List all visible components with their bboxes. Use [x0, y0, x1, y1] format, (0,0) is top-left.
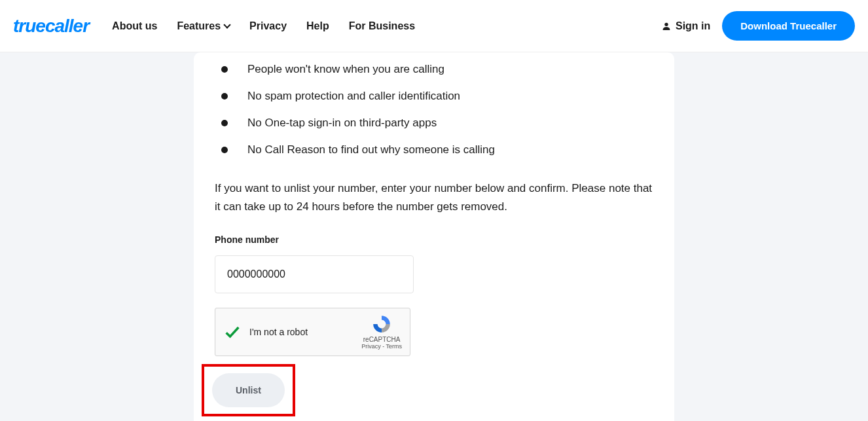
nav-about-us[interactable]: About us	[112, 20, 157, 32]
list-item: People won't know when you are calling	[221, 60, 653, 79]
recaptcha-icon	[371, 314, 392, 335]
bullet-icon	[221, 147, 228, 153]
nav-label: For Business	[349, 20, 415, 32]
recaptcha-brand: reCAPTCHA Privacy - Terms	[361, 314, 402, 350]
recaptcha-text: I'm not a robot	[249, 327, 361, 337]
recaptcha-widget[interactable]: I'm not a robot reCAPTCHA Privacy - Term…	[215, 308, 410, 356]
recaptcha-brand-text: reCAPTCHA	[361, 336, 402, 343]
nav: About us Features Privacy Help For Busin…	[112, 20, 661, 32]
bullet-list: People won't know when you are calling N…	[221, 60, 653, 160]
bullet-text: No spam protection and caller identifica…	[247, 87, 460, 106]
recaptcha-links: Privacy - Terms	[361, 343, 402, 350]
nav-label: Features	[177, 20, 221, 32]
nav-privacy[interactable]: Privacy	[249, 20, 287, 32]
bullet-icon	[221, 93, 228, 100]
checkmark-icon	[223, 323, 242, 341]
bullet-icon	[221, 66, 228, 73]
nav-help[interactable]: Help	[306, 20, 329, 32]
unlist-card: People won't know when you are calling N…	[194, 52, 674, 421]
list-item: No spam protection and caller identifica…	[221, 87, 653, 106]
bullet-text: No One-tap sign-in on third-party apps	[247, 114, 437, 133]
signin-label: Sign in	[676, 20, 710, 32]
nav-for-business[interactable]: For Business	[349, 20, 415, 32]
description: If you want to unlist your number, enter…	[215, 179, 653, 216]
list-item: No Call Reason to find out why someone i…	[221, 141, 653, 160]
list-item: No One-tap sign-in on third-party apps	[221, 114, 653, 133]
download-button[interactable]: Download Truecaller	[722, 11, 855, 41]
phone-input[interactable]	[215, 255, 414, 293]
bullet-text: People won't know when you are calling	[247, 60, 444, 79]
bullet-icon	[221, 120, 228, 126]
logo[interactable]: truecaller	[13, 16, 89, 37]
nav-label: Help	[306, 20, 329, 32]
nav-label: Privacy	[249, 20, 287, 32]
header-right: Sign in Download Truecaller	[661, 11, 855, 41]
chevron-down-icon	[223, 21, 230, 28]
unlist-button[interactable]: Unlist	[212, 373, 285, 407]
nav-features[interactable]: Features	[177, 20, 230, 32]
phone-label: Phone number	[215, 234, 653, 245]
bullet-text: No Call Reason to find out why someone i…	[247, 141, 495, 160]
page: People won't know when you are calling N…	[0, 52, 868, 421]
svg-point-0	[664, 22, 668, 26]
highlight-annotation: Unlist	[202, 364, 295, 416]
header: truecaller About us Features Privacy Hel…	[0, 0, 868, 52]
signin-link[interactable]: Sign in	[661, 20, 710, 32]
user-icon	[661, 21, 672, 31]
nav-label: About us	[112, 20, 157, 32]
